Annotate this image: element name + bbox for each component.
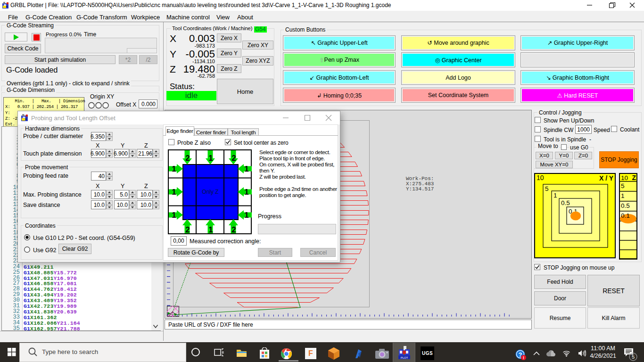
- svg-text:0.1: 0.1: [621, 212, 630, 219]
- svg-text:2: 2: [231, 154, 236, 163]
- svg-text:5: 5: [632, 354, 635, 360]
- svg-text:1: 1: [172, 165, 176, 173]
- svg-text:5: 5: [545, 185, 549, 192]
- svg-text:!: !: [523, 355, 524, 360]
- svg-text:10: 10: [621, 174, 628, 181]
- svg-text:0.5: 0.5: [561, 199, 570, 206]
- svg-text:1: 1: [172, 188, 176, 197]
- svg-text:10: 10: [537, 174, 544, 181]
- svg-text:0.5: 0.5: [621, 202, 630, 209]
- svg-text:1: 1: [244, 188, 248, 197]
- svg-text:1: 1: [244, 165, 248, 173]
- svg-text:Z: Z: [632, 174, 636, 181]
- svg-text:Only Z: Only Z: [202, 189, 218, 195]
- svg-text:1: 1: [208, 154, 213, 163]
- svg-text:1: 1: [244, 211, 248, 220]
- svg-text:X / Y: X / Y: [599, 174, 614, 182]
- svg-text:2: 2: [231, 225, 236, 234]
- svg-text:2: 2: [185, 154, 190, 163]
- svg-text:1: 1: [553, 192, 557, 199]
- svg-text:1: 1: [208, 225, 213, 234]
- svg-text:Y:134.517: Y:134.517: [406, 186, 434, 192]
- svg-text:1: 1: [621, 192, 625, 199]
- svg-text:PLOT: PLOT: [401, 356, 408, 359]
- svg-text:2: 2: [185, 225, 190, 234]
- svg-text:5: 5: [621, 182, 625, 189]
- svg-text:1: 1: [172, 211, 176, 220]
